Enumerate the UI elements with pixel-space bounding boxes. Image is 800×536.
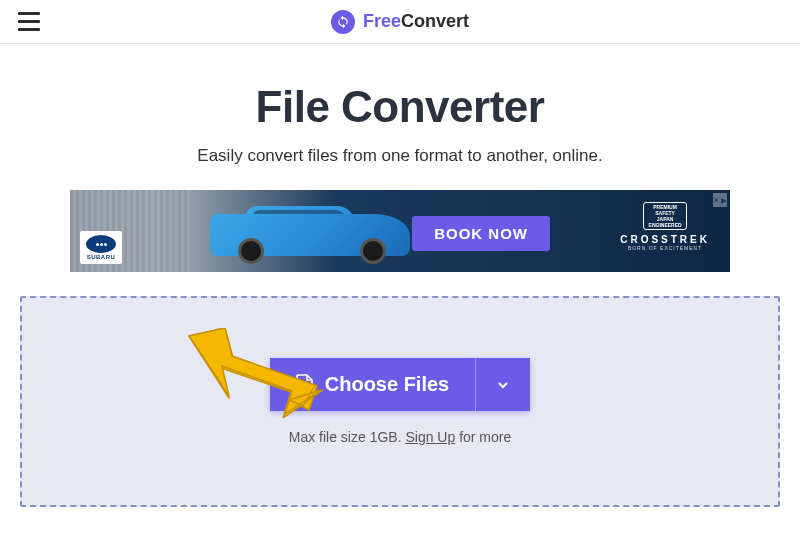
file-dropzone[interactable]: Choose Files Max file size 1GB. Sign Up …	[20, 296, 780, 507]
ad-car-image	[210, 204, 410, 266]
ad-brand-badge: SUBARU	[80, 231, 122, 264]
page-subtitle: Easily convert files from one format to …	[20, 146, 780, 166]
file-size-hint: Max file size 1GB. Sign Up for more	[42, 429, 758, 445]
signup-link[interactable]: Sign Up	[405, 429, 455, 445]
ad-banner[interactable]: SUBARU BOOK NOW PREMIUM SAFETY JAPAN ENG…	[70, 190, 730, 272]
choose-files-button[interactable]: Choose Files	[270, 358, 475, 411]
brand-text: FreeConvert	[363, 11, 469, 32]
choose-files-dropdown[interactable]	[475, 358, 530, 411]
brand-logo[interactable]: FreeConvert	[331, 10, 469, 34]
choose-files-label: Choose Files	[325, 373, 449, 396]
menu-icon[interactable]	[18, 12, 40, 31]
svg-marker-1	[189, 328, 233, 398]
ad-close-icon[interactable]: ✕▶	[713, 193, 727, 207]
file-add-icon	[296, 374, 314, 396]
ad-model-info: PREMIUM SAFETY JAPAN ENGINEERED CROSSTRE…	[620, 202, 710, 251]
page-title: File Converter	[20, 82, 780, 132]
chevron-down-icon	[496, 378, 510, 392]
ad-cta-button[interactable]: BOOK NOW	[412, 216, 550, 251]
refresh-icon	[331, 10, 355, 34]
